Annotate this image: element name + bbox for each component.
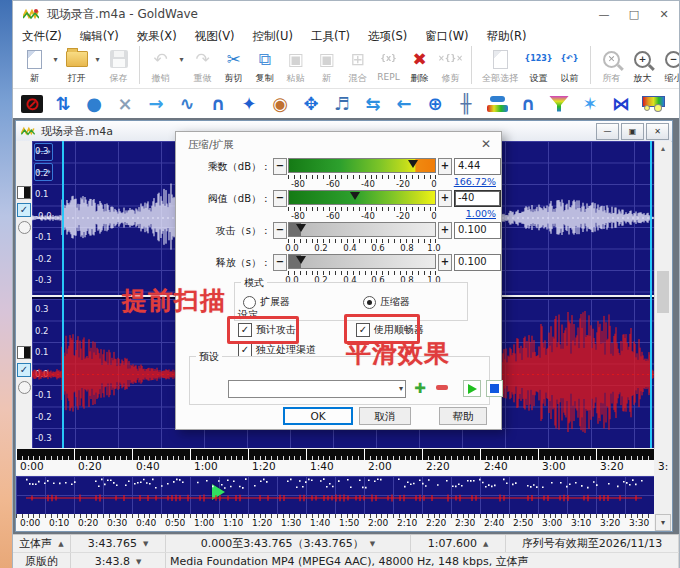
slider-minus-button[interactable]: − — [273, 158, 287, 175]
right-channel-view-toggle-icon[interactable] — [17, 346, 31, 359]
score-notes-icon[interactable]: ♬ — [331, 93, 353, 115]
slider-thumb-icon[interactable] — [408, 160, 418, 168]
radio-compressor-icon[interactable] — [363, 296, 376, 309]
half-sphere-icon[interactable]: ◗ — [672, 93, 679, 115]
slider-value-input[interactable]: -40 — [454, 190, 501, 207]
menu-item-5[interactable]: 工具(T) — [302, 27, 359, 44]
status-arrow-icon[interactable]: ▲ — [483, 540, 488, 548]
toolbar-button-24[interactable]: −缩小 — [658, 47, 679, 85]
slider-track[interactable] — [288, 190, 436, 205]
help-button[interactable]: 帮助 — [439, 407, 487, 425]
toolbar-button-10[interactable]: ⧉复制 — [249, 47, 280, 85]
slider-percent-link[interactable]: 1.00% — [452, 208, 496, 219]
scroll-up-icon[interactable]: ▴ — [655, 141, 671, 156]
flanger-gear-icon[interactable]: ✦ — [238, 93, 260, 115]
menu-item-2[interactable]: 效果(X) — [128, 27, 186, 44]
status-arrow-icon[interactable]: ▼ — [143, 540, 148, 548]
toggle-xy-icon[interactable]: ⨯ — [114, 93, 136, 115]
spectrum-funnel-icon[interactable] — [548, 93, 570, 115]
slider-plus-button[interactable]: + — [438, 158, 452, 175]
color-wheel-icon[interactable]: ◉ — [269, 93, 291, 115]
menu-item-3[interactable]: 视图(V) — [186, 27, 244, 44]
radio-expander[interactable]: 扩展器 — [243, 295, 290, 309]
left-channel-checkbox[interactable]: ✓ — [17, 203, 31, 217]
main-time-axis[interactable]: 0:000:200:401:001:201:402:002:202:403:00… — [16, 460, 654, 475]
left-channel-view-toggle-icon[interactable] — [17, 186, 31, 199]
reverse-curve-icon[interactable]: ∩ — [207, 93, 229, 115]
overview-strip[interactable] — [16, 476, 654, 514]
right-channel-checkbox[interactable]: ✓ — [17, 363, 31, 377]
spectrum-cart-icon[interactable] — [641, 93, 663, 115]
cancel-button[interactable]: 取消 — [359, 407, 411, 425]
slider-track[interactable] — [288, 254, 436, 269]
preset-combobox[interactable]: ▾ — [228, 380, 406, 398]
checkbox-independent-channels-icon[interactable]: ✓ — [238, 343, 252, 357]
sphere-updown-icon[interactable]: ⊕ — [424, 93, 446, 115]
expand-cross-icon[interactable]: ✥ — [300, 93, 322, 115]
offset-arrow-icon[interactable]: → — [145, 93, 167, 115]
toolbar-button-23[interactable]: +放大 — [627, 47, 658, 85]
selection-end-marker[interactable] — [650, 141, 652, 448]
preview-play-button[interactable] — [463, 380, 481, 397]
wave-effect-icon[interactable]: ∿ — [176, 93, 198, 115]
toolbar-button-20[interactable]: {↶}以前 — [554, 47, 585, 85]
dropdown-arrow-icon[interactable]: ▾ — [176, 55, 187, 64]
menu-item-6[interactable]: 选项(S) — [359, 27, 416, 44]
preset-add-button[interactable]: ✚ — [412, 380, 428, 395]
slider-minus-button[interactable]: − — [273, 254, 287, 271]
status-arrow-icon[interactable]: ▼ — [136, 558, 141, 566]
vertical-scrollbar[interactable]: ▴ — [654, 141, 671, 449]
maximize-button[interactable]: □ — [619, 1, 649, 27]
child-minimize-button[interactable]: — — [596, 123, 619, 140]
toolbar-button-9[interactable]: ✂剪切 — [218, 47, 249, 85]
selection-start-marker[interactable] — [62, 141, 64, 448]
mute-band-icon[interactable]: ⊘ — [21, 93, 43, 115]
slider-percent-link[interactable]: 166.72% — [452, 176, 496, 187]
shift-left-icon[interactable]: ← — [393, 93, 415, 115]
pitch-bar-icon[interactable] — [486, 93, 508, 115]
combo-dropdown-icon[interactable]: ▾ — [399, 384, 403, 393]
volume-shape-icon[interactable]: ⇅ — [52, 93, 74, 115]
swap-channels-icon[interactable]: ⇆ — [362, 93, 384, 115]
dropdown-arrow-icon[interactable]: ▾ — [50, 55, 61, 64]
right-channel-radio[interactable] — [18, 381, 31, 394]
overview-time-axis[interactable]: 0:000:100:200:300:400:501:001:101:201:30… — [16, 514, 654, 531]
slider-thumb-icon[interactable] — [296, 256, 306, 264]
status-arrow-icon[interactable]: ▼ — [370, 540, 375, 548]
slider-plus-button[interactable]: + — [438, 254, 452, 271]
dialog-close-icon[interactable]: ✕ — [481, 137, 491, 151]
status-arrow-icon[interactable]: ▲ — [58, 540, 63, 548]
slider-plus-button[interactable]: + — [438, 190, 452, 207]
slider-value-input[interactable]: 0.100 — [454, 222, 501, 239]
preview-stop-button[interactable] — [486, 380, 503, 397]
toolbar-button-2[interactable]: 打开 — [61, 47, 92, 85]
menu-item-7[interactable]: 窗口(W) — [416, 27, 477, 44]
slider-track[interactable] — [288, 222, 436, 237]
left-channel-radio[interactable] — [18, 221, 31, 234]
overview-dropdown-button[interactable]: ▾ — [655, 514, 671, 531]
sphere-effect-icon[interactable]: ● — [83, 93, 105, 115]
minimize-button[interactable]: — — [589, 1, 619, 27]
slider-track[interactable] — [288, 158, 436, 173]
menu-item-0[interactable]: 文件(Z) — [13, 27, 71, 44]
toolbar-button-15[interactable]: ✖删除 — [404, 47, 435, 85]
scrollbar-thumb[interactable] — [657, 271, 669, 313]
spark-effect-icon[interactable]: ✶ — [579, 93, 601, 115]
child-restore-button[interactable]: ▣ — [621, 123, 644, 140]
slider-minus-button[interactable]: − — [273, 222, 287, 239]
slider-plus-button[interactable]: + — [438, 222, 452, 239]
slider-value-input[interactable]: 0.100 — [454, 254, 501, 271]
equalizer-icon[interactable]: ╫ — [455, 93, 477, 115]
slider-thumb-icon[interactable] — [296, 224, 306, 232]
radio-expander-icon[interactable] — [243, 296, 256, 309]
gate-doors-icon[interactable]: ∩ — [517, 93, 539, 115]
slider-thumb-icon[interactable] — [350, 192, 360, 200]
noise-clamp-icon[interactable]: ⋈ — [610, 93, 632, 115]
menu-item-8[interactable]: 帮助(R) — [478, 27, 536, 44]
radio-compressor[interactable]: 压缩器 — [363, 295, 410, 309]
ok-button[interactable]: OK — [283, 407, 353, 425]
menu-item-4[interactable]: 控制(U) — [244, 27, 302, 44]
preset-delete-button[interactable] — [434, 380, 450, 395]
toolbar-button-0[interactable]: 新 — [19, 47, 50, 85]
child-close-button[interactable]: ✕ — [646, 123, 669, 140]
